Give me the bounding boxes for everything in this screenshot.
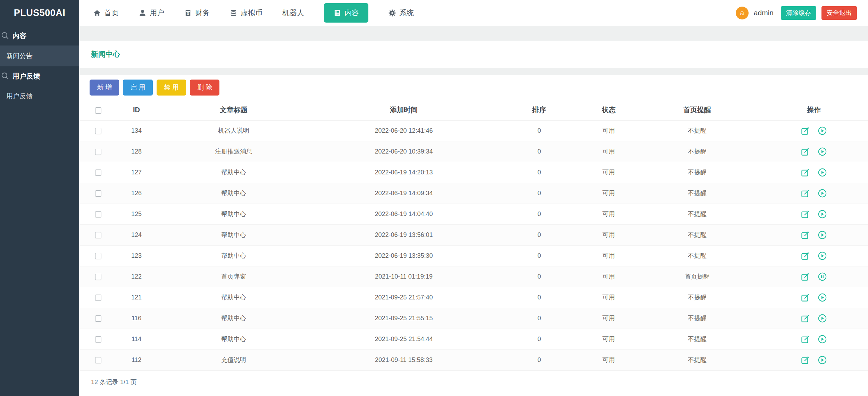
table-row: 124 帮助中心 2022-06-19 13:56:01 0 可用 不提醒 [79, 224, 868, 245]
nav-tab-crypto[interactable]: 虚拟币 [229, 8, 262, 18]
cell-remind: 不提醒 [635, 308, 760, 329]
play-icon[interactable] [818, 168, 827, 177]
cell-sort: 0 [496, 204, 583, 224]
cell-status: 可用 [583, 141, 635, 162]
play-icon[interactable] [818, 293, 827, 302]
play-icon[interactable] [818, 335, 827, 344]
coins-icon [229, 9, 237, 17]
cell-status: 可用 [583, 287, 635, 308]
cell-sort: 0 [496, 287, 583, 308]
cell-title: 帮助中心 [156, 183, 312, 204]
row-checkbox[interactable] [95, 295, 101, 301]
edit-icon[interactable] [801, 335, 810, 344]
cell-status: 可用 [583, 308, 635, 329]
cell-remind: 不提醒 [635, 162, 760, 183]
edit-icon[interactable] [801, 272, 810, 281]
table-row: 116 帮助中心 2021-09-25 21:55:15 0 可用 不提醒 [79, 308, 868, 329]
row-checkbox[interactable] [95, 149, 101, 155]
nav-tab-users[interactable]: 用户 [139, 8, 164, 18]
row-checkbox[interactable] [95, 232, 101, 238]
sidebar-item-news-announcement[interactable]: 新闻公告 [0, 46, 79, 66]
nav-tab-finance[interactable]: ¥ 财务 [184, 8, 210, 18]
add-button[interactable]: 新 增 [90, 80, 119, 96]
cell-status: 可用 [583, 266, 635, 287]
edit-icon[interactable] [801, 126, 810, 135]
nav-tab-system[interactable]: 系统 [388, 8, 414, 18]
cell-id: 128 [117, 141, 156, 162]
avatar[interactable]: a [736, 7, 749, 19]
edit-icon[interactable] [801, 314, 810, 323]
pause-icon[interactable] [818, 272, 827, 281]
col-header-ops: 操作 [760, 100, 868, 120]
main-panel: 新 增 启 用 禁 用 删 除 ID 文章标题 添加时间 排序 状态 首页提醒 … [79, 75, 868, 396]
cell-title: 帮助中心 [156, 224, 312, 245]
table-row: 112 充值说明 2021-09-11 15:58:33 0 可用 不提醒 [79, 349, 868, 370]
cell-time: 2022-06-20 10:39:34 [312, 141, 496, 162]
row-checkbox[interactable] [95, 170, 101, 176]
play-icon[interactable] [818, 355, 827, 365]
sidebar-group-label: 用户反馈 [12, 72, 40, 81]
nav-tab-robot[interactable]: 机器人 [282, 8, 304, 18]
table-header-row: ID 文章标题 添加时间 排序 状态 首页提醒 操作 [79, 100, 868, 120]
play-icon[interactable] [818, 147, 827, 156]
enable-button[interactable]: 启 用 [123, 80, 152, 96]
news-table: ID 文章标题 添加时间 排序 状态 首页提醒 操作 134 机器人说明 202… [79, 100, 868, 371]
cell-remind: 不提醒 [635, 120, 760, 141]
row-checkbox[interactable] [95, 357, 101, 363]
play-icon[interactable] [818, 126, 827, 135]
nav-tab-label: 系统 [399, 8, 414, 18]
col-header-remind: 首页提醒 [635, 100, 760, 120]
cell-title: 帮助中心 [156, 287, 312, 308]
nav-tab-content[interactable]: 内容 [324, 3, 368, 23]
logout-button[interactable]: 安全退出 [821, 6, 857, 20]
row-checkbox[interactable] [95, 336, 101, 343]
delete-button[interactable]: 删 除 [190, 80, 219, 96]
clear-cache-button[interactable]: 清除缓存 [781, 6, 816, 20]
table-row: 128 注册推送消息 2022-06-20 10:39:34 0 可用 不提醒 [79, 141, 868, 162]
edit-icon[interactable] [801, 168, 810, 177]
table-row: 114 帮助中心 2021-09-25 21:54:44 0 可用 不提醒 [79, 329, 868, 349]
cell-time: 2021-09-25 21:57:40 [312, 287, 496, 308]
cell-title: 帮助中心 [156, 204, 312, 224]
edit-icon[interactable] [801, 147, 810, 156]
disable-button[interactable]: 禁 用 [157, 80, 186, 96]
edit-icon[interactable] [801, 355, 810, 365]
row-checkbox[interactable] [95, 190, 101, 197]
edit-icon[interactable] [801, 189, 810, 198]
row-checkbox[interactable] [95, 274, 101, 280]
nav-tab-home[interactable]: 首页 [93, 8, 119, 18]
row-checkbox[interactable] [95, 211, 101, 217]
cell-id: 116 [117, 308, 156, 329]
finance-icon: ¥ [184, 9, 192, 17]
edit-icon[interactable] [801, 209, 810, 219]
table-row: 121 帮助中心 2021-09-25 21:57:40 0 可用 不提醒 [79, 287, 868, 308]
search-icon [1, 31, 10, 40]
play-icon[interactable] [818, 251, 827, 261]
play-icon[interactable] [818, 189, 827, 198]
sidebar-item-label: 用户反馈 [6, 92, 33, 101]
play-icon[interactable] [818, 230, 827, 240]
edit-icon[interactable] [801, 293, 810, 302]
play-icon[interactable] [818, 209, 827, 219]
row-checkbox[interactable] [95, 128, 101, 134]
cell-id: 134 [117, 120, 156, 141]
sidebar-group-label: 内容 [12, 31, 26, 41]
table-row: 122 首页弹窗 2021-10-11 01:19:19 0 可用 首页提醒 [79, 266, 868, 287]
play-icon[interactable] [818, 314, 827, 323]
row-checkbox[interactable] [95, 253, 101, 259]
top-navbar: 首页 用户 ¥ 财务 虚拟币 机器人 [79, 0, 868, 26]
record-count: 12 条记录 1/1 页 [79, 371, 868, 394]
select-all-checkbox[interactable] [95, 107, 101, 114]
sidebar-item-user-feedback[interactable]: 用户反馈 [0, 86, 79, 107]
username: admin [754, 9, 774, 17]
home-icon [93, 9, 101, 17]
edit-icon[interactable] [801, 230, 810, 240]
row-checkbox[interactable] [95, 315, 101, 322]
cell-status: 可用 [583, 329, 635, 349]
edit-icon[interactable] [801, 251, 810, 261]
search-icon [1, 72, 10, 81]
content-icon [333, 9, 341, 17]
cell-id: 127 [117, 162, 156, 183]
cell-status: 可用 [583, 204, 635, 224]
cell-title: 帮助中心 [156, 162, 312, 183]
